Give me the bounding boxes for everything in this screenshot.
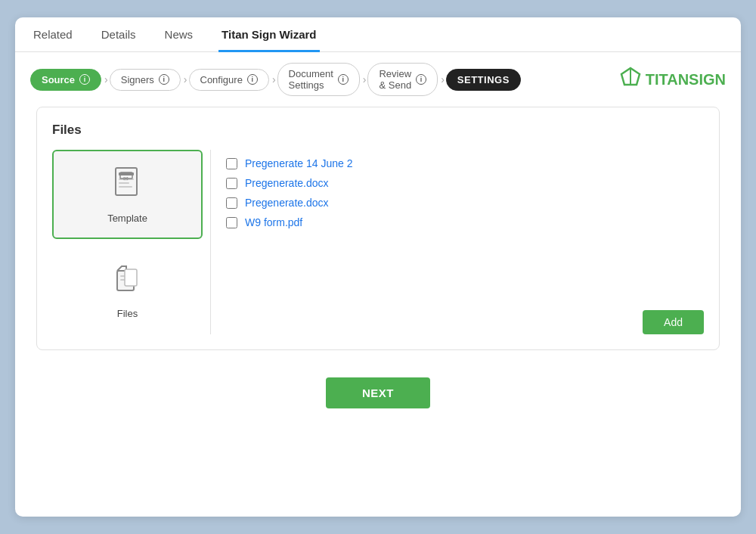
tabs-bar: Related Details News Titan Sign Wizard (15, 17, 741, 52)
wizard-step-settings-label: SETTINGS (457, 74, 510, 85)
wizard-step-review-send[interactable]: Review& Send i (367, 63, 438, 96)
svg-rect-5 (119, 182, 129, 184)
list-item: Pregenerate 14 June 2 (226, 157, 704, 169)
configure-info-icon[interactable]: i (247, 74, 258, 85)
wizard-step-review-send-label: Review& Send (379, 68, 411, 91)
tab-titan-sign-wizard[interactable]: Titan Sign Wizard (218, 17, 319, 52)
file-link-2[interactable]: Pregenerate.docx (245, 177, 329, 189)
tab-related[interactable]: Related (30, 17, 76, 52)
files-right-panel: Pregenerate 14 June 2 Pregenerate.docx P… (211, 150, 704, 334)
template-icon: ✉ (110, 165, 146, 206)
wizard-step-signers[interactable]: Signers i (110, 69, 181, 91)
source-item-template-label: Template (107, 213, 147, 224)
wizard-step-document-settings-label: DocumentSettings (289, 68, 333, 91)
main-card: Related Details News Titan Sign Wizard S… (15, 17, 741, 517)
arrow-1: › (104, 73, 108, 85)
tab-news[interactable]: News (162, 17, 197, 52)
document-settings-info-icon[interactable]: i (338, 74, 349, 85)
wizard-step-configure[interactable]: Configure i (189, 69, 269, 91)
titan-logo-text: TITANSIGN (646, 71, 726, 88)
file-checkbox-4[interactable] (226, 217, 237, 228)
file-checkbox-1[interactable] (226, 158, 237, 169)
source-item-template[interactable]: ✉ Template (52, 150, 203, 239)
titan-logo-icon (620, 67, 641, 92)
signers-info-icon[interactable]: i (159, 74, 169, 85)
wizard-bar: Source i › Signers i › Configure i › Doc… (15, 52, 741, 107)
review-send-info-icon[interactable]: i (416, 74, 426, 85)
file-checkbox-3[interactable] (226, 197, 237, 209)
arrow-3: › (272, 73, 276, 85)
source-item-files[interactable]: Files (52, 245, 203, 334)
files-icon (110, 260, 146, 302)
add-button-row: Add (226, 303, 704, 334)
arrow-5: › (441, 73, 445, 85)
wizard-step-document-settings[interactable]: DocumentSettings i (277, 63, 360, 96)
source-item-files-label: Files (117, 308, 138, 319)
files-body: ✉ Template (52, 150, 704, 334)
add-button[interactable]: Add (643, 310, 704, 334)
files-section-title: Files (52, 123, 704, 138)
arrow-2: › (184, 73, 187, 85)
wizard-step-settings[interactable]: SETTINGS (446, 69, 521, 91)
wizard-step-signers-label: Signers (121, 74, 154, 85)
titan-logo: TITANSIGN (620, 67, 726, 92)
wizard-step-source-label: Source (42, 74, 75, 85)
file-link-4[interactable]: W9 form.pdf (245, 216, 302, 228)
wizard-step-configure-label: Configure (200, 74, 243, 85)
file-list: Pregenerate 14 June 2 Pregenerate.docx P… (226, 150, 704, 303)
tab-details[interactable]: Details (98, 17, 139, 52)
svg-rect-12 (125, 269, 137, 286)
list-item: Pregenerate.docx (226, 177, 704, 189)
file-link-1[interactable]: Pregenerate 14 June 2 (245, 157, 352, 169)
svg-text:✉: ✉ (123, 175, 129, 182)
wizard-step-source[interactable]: Source i (30, 69, 101, 91)
next-button-row: NEXT (36, 377, 720, 408)
file-checkbox-2[interactable] (226, 178, 237, 189)
source-left-panel: ✉ Template (52, 150, 211, 334)
list-item: Pregenerate.docx (226, 197, 704, 209)
arrow-4: › (363, 73, 367, 85)
next-button[interactable]: NEXT (326, 377, 430, 408)
file-link-3[interactable]: Pregenerate.docx (245, 197, 329, 209)
content-area: Files ✉ (15, 107, 741, 408)
list-item: W9 form.pdf (226, 216, 704, 228)
source-info-icon[interactable]: i (79, 74, 90, 85)
files-card: Files ✉ (36, 107, 720, 350)
svg-rect-6 (119, 186, 132, 188)
